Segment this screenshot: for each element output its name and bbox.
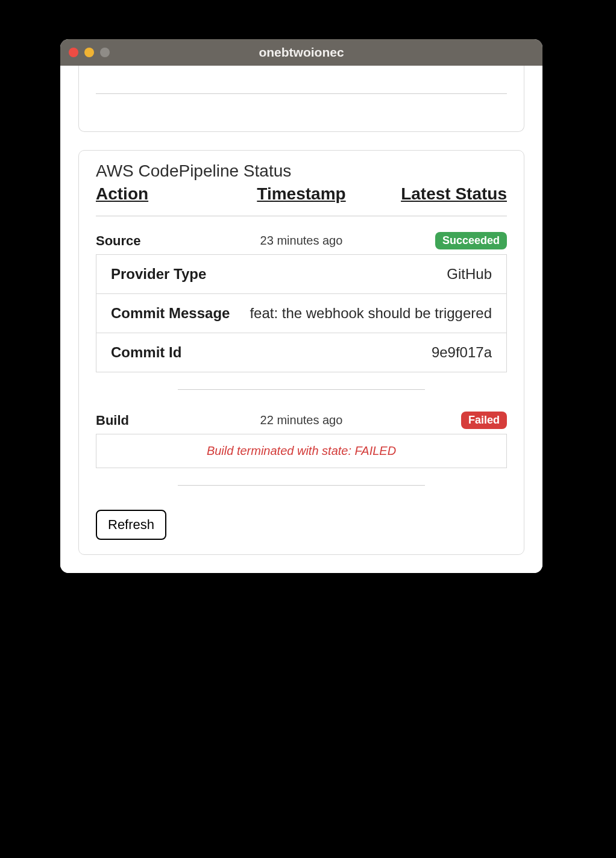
- stage-timestamp: 22 minutes ago: [233, 413, 369, 427]
- maximize-icon: [100, 48, 110, 57]
- app-window: onebtwoionec AWS CodePipeline Status Act…: [60, 39, 542, 573]
- detail-value: GitHub: [231, 266, 492, 283]
- previous-card: [78, 66, 524, 132]
- status-badge: Failed: [461, 412, 507, 429]
- detail-value: feat: the webhook should be triggered: [231, 305, 492, 322]
- window-title: onebtwoionec: [60, 45, 542, 60]
- stage-timestamp: 23 minutes ago: [233, 234, 369, 248]
- stage-name: Build: [96, 413, 233, 428]
- header-timestamp: Timestamp: [233, 184, 369, 204]
- status-badge: Succeeded: [435, 232, 507, 249]
- build-error-message: Build terminated with state: FAILED: [96, 434, 507, 468]
- close-icon[interactable]: [69, 48, 78, 57]
- pipeline-card: AWS CodePipeline Status Action Timestamp…: [78, 150, 524, 555]
- header-action: Action: [96, 184, 233, 204]
- detail-value: 9e9f017a: [231, 344, 492, 361]
- detail-row: Provider Type GitHub: [96, 255, 506, 293]
- header-status: Latest Status: [370, 184, 507, 204]
- detail-row: Commit Message feat: the webhook should …: [96, 293, 506, 333]
- divider: [178, 485, 424, 486]
- stage-name: Source: [96, 233, 233, 249]
- source-details: Provider Type GitHub Commit Message feat…: [96, 254, 507, 372]
- minimize-icon[interactable]: [84, 48, 94, 57]
- detail-label: Provider Type: [111, 266, 231, 283]
- divider: [96, 93, 507, 94]
- divider: [96, 216, 507, 216]
- divider: [178, 389, 424, 390]
- detail-row: Commit Id 9e9f017a: [96, 333, 506, 372]
- refresh-button[interactable]: Refresh: [96, 510, 166, 540]
- titlebar: onebtwoionec: [60, 39, 542, 66]
- table-header-row: Action Timestamp Latest Status: [96, 184, 507, 204]
- stage-row-source: Source 23 minutes ago Succeeded: [96, 232, 507, 249]
- detail-label: Commit Message: [111, 305, 231, 322]
- detail-label: Commit Id: [111, 344, 231, 361]
- content-area: AWS CodePipeline Status Action Timestamp…: [60, 66, 542, 573]
- window-controls: [69, 48, 110, 57]
- stage-row-build: Build 22 minutes ago Failed: [96, 412, 507, 429]
- card-title: AWS CodePipeline Status: [96, 161, 507, 181]
